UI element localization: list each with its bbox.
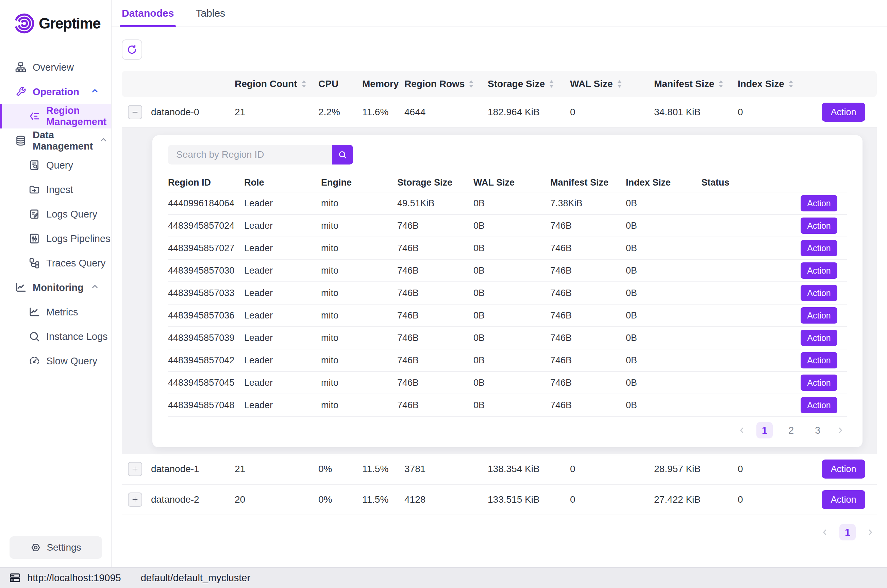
sidebar-group-operation[interactable]: Operation [0,80,111,104]
page-3[interactable]: 3 [809,422,826,438]
cell-engine: mito [321,198,397,209]
chevron-up-icon[interactable] [90,86,99,98]
action-button[interactable]: Action [822,490,865,509]
cell-region-id: 4483945857024 [168,220,244,231]
sidebar-item-traces-query[interactable]: Traces Query [0,251,111,275]
cell-engine: mito [321,310,397,321]
action-button[interactable]: Action [801,397,837,413]
cell-region-id: 4483945857036 [168,310,244,321]
col-region-rows: Region Rows [404,78,465,89]
col-role: Role [244,177,321,188]
sidebar-group-data-management[interactable]: Data Management [0,129,111,153]
datanode-name: datanode-1 [151,464,235,474]
chevron-up-icon[interactable] [90,282,99,293]
brand-name: Greptime [39,15,100,32]
search-input[interactable] [168,145,332,165]
page-1[interactable]: 1 [756,422,773,438]
cell-storage-size: 746B [397,378,474,388]
collapse-toggle[interactable] [128,105,142,119]
sidebar-item-region-management[interactable]: Region Management [0,104,111,129]
cell-region-count: 21 [235,107,318,118]
cell-manifest-size: 746B [550,333,626,343]
action-button[interactable]: Action [801,262,837,279]
cell-index-size: 0B [626,220,701,231]
action-button[interactable]: Action [801,195,837,212]
server-url[interactable]: http://localhost:19095 [27,572,121,584]
region-row: 4483945857045 Leader mito 746B 0B 746B 0… [168,372,847,394]
tab-tables[interactable]: Tables [195,0,225,27]
col-region-id: Region ID [168,177,244,188]
prev-page-icon[interactable] [820,528,829,537]
next-page-icon[interactable] [836,426,845,435]
cell-role: Leader [244,198,321,209]
document-edit-icon [29,208,40,220]
col-region-count: Region Count [235,78,297,89]
sort-index-size[interactable] [788,80,794,88]
cell-index-size: 0 [738,464,822,474]
action-button[interactable]: Action [801,375,837,391]
cluster-name[interactable]: default/default_mycluster [141,572,250,584]
cell-wal-size: 0 [570,464,654,474]
cell-engine: mito [321,288,397,298]
toolbar [122,39,887,60]
sidebar-item-logs-query[interactable]: Logs Query [0,202,111,226]
action-button[interactable]: Action [822,459,865,478]
cell-memory: 11.5% [362,464,404,474]
action-button[interactable]: Action [801,285,837,301]
action-button[interactable]: Action [801,240,837,256]
action-button[interactable]: Action [801,352,837,368]
cell-region-id: 4483945857042 [168,355,244,366]
expand-toggle[interactable] [128,492,142,507]
app-root: Greptime Overview Operation Region Manag… [0,0,887,588]
cell-storage-size: 49.51KiB [397,198,474,209]
cell-storage-size: 746B [397,310,474,321]
sitemap-icon [15,62,27,73]
cell-index-size: 0 [738,107,822,118]
action-button[interactable]: Action [801,307,837,324]
cell-cpu: 0% [318,464,362,474]
settings-button[interactable]: Settings [9,536,102,559]
sidebar-item-ingest[interactable]: Ingest [0,177,111,202]
sort-storage-size[interactable] [549,80,554,88]
region-row: 4483945857039 Leader mito 746B 0B 746B 0… [168,327,847,350]
sidebar-item-overview[interactable]: Overview [0,55,111,80]
sidebar-group-monitoring[interactable]: Monitoring [0,275,111,300]
sidebar-item-label: Traces Query [46,258,106,269]
sidebar-group-label: Monitoring [33,282,84,293]
tab-datanodes[interactable]: Datanodes [122,0,174,27]
page-2[interactable]: 2 [783,422,799,438]
sort-manifest-size[interactable] [718,80,723,88]
cell-manifest-size: 746B [550,355,626,366]
action-button[interactable]: Action [801,218,837,234]
trace-tree-icon [29,257,40,269]
sort-region-rows[interactable] [469,80,474,88]
sidebar-item-query[interactable]: Query [0,153,111,177]
sidebar-item-instance-logs[interactable]: Instance Logs [0,324,111,349]
action-button[interactable]: Action [801,330,837,346]
next-page-icon[interactable] [866,528,875,537]
sort-region-count[interactable] [301,80,307,88]
line-chart-icon [15,282,27,293]
prev-page-icon[interactable] [737,426,746,435]
col-wal-size: WAL Size [570,78,613,89]
page-1[interactable]: 1 [839,524,856,540]
datanodes-table: Region Count CPU Memory Region Rows Stor… [111,60,887,540]
sort-wal-size[interactable] [617,80,622,88]
col-index-size: Index Size [626,177,701,188]
expand-toggle[interactable] [128,462,142,476]
cell-storage-size: 746B [397,220,474,231]
chevron-up-icon[interactable] [99,135,108,147]
sidebar-item-logs-pipelines[interactable]: Logs Pipelines [0,226,111,251]
region-row: 4483945857042 Leader mito 746B 0B 746B 0… [168,350,847,372]
cell-role: Leader [244,266,321,276]
action-button[interactable]: Action [822,103,865,122]
cell-cpu: 0% [318,494,362,505]
col-wal-size: WAL Size [474,177,550,188]
sidebar-item-slow-query[interactable]: Slow Query [0,349,111,373]
refresh-button[interactable] [122,39,142,60]
datanodes-pagination: 1 [122,524,877,540]
search-button[interactable] [332,145,353,165]
sidebar-item-metrics[interactable]: Metrics [0,300,111,324]
cell-index-size: 0B [626,378,701,388]
region-row: 4483945857027 Leader mito 746B 0B 746B 0… [168,237,847,260]
